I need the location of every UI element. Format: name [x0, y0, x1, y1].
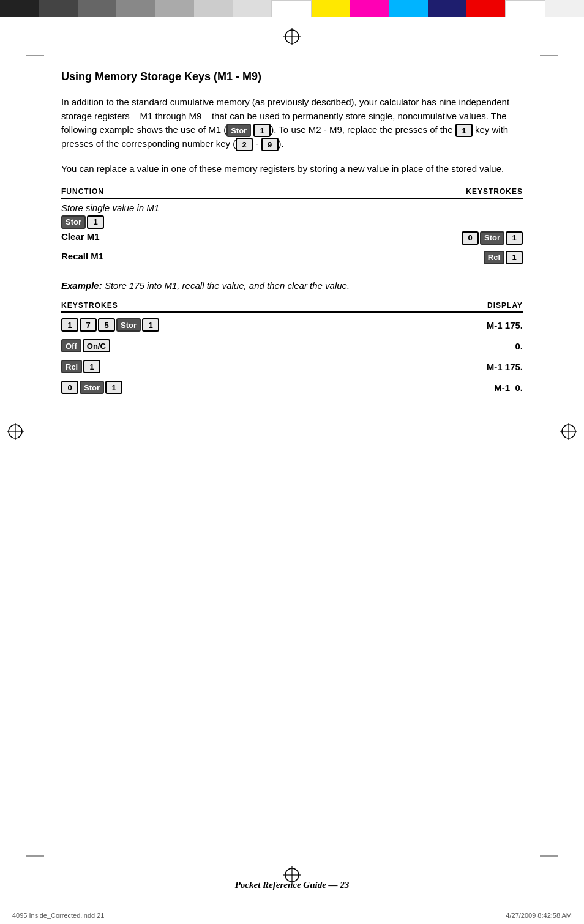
function-table: FUNCTION KEYSTROKES Store single value i… [61, 187, 523, 268]
key-1-recall: 1 [506, 251, 523, 264]
color-seg-navy [428, 0, 466, 17]
reg-mark-right [560, 422, 578, 441]
example-body: Store 175 into M1, recall the value, and… [105, 280, 350, 291]
key-1-store: 1 [87, 215, 104, 229]
col-disp-label: DISPLAY [487, 301, 523, 310]
margin-line-bl [26, 855, 44, 857]
key-stor-r1: Stor [116, 318, 141, 332]
inline-key-1a: 1 [253, 124, 271, 137]
inline-key-1b: 1 [455, 124, 473, 137]
key-onc-r2: On/C [83, 339, 110, 352]
func-label-recall: Recall M1 [61, 251, 103, 261]
key-1-r1: 1 [61, 318, 78, 332]
bottom-bar: 4095 Inside_Corrected.indd 21 4/27/2009 … [0, 912, 584, 919]
func-row-1: Store single value in M1 Stor 1 [61, 203, 523, 229]
ks-display-3: M-1 175. [487, 362, 523, 372]
body-paragraph-2: You can replace a value in one of these … [61, 162, 523, 176]
color-seg-8 [271, 0, 311, 17]
color-seg-magenta [350, 0, 389, 17]
page-footer: Pocket Reference Guide — 23 [0, 874, 584, 890]
col-function-label: FUNCTION [61, 187, 104, 196]
body-paragraph-1: In addition to the standard cumulative m… [61, 95, 523, 151]
key-7-r1: 7 [80, 318, 97, 332]
key-1-r4: 1 [105, 381, 122, 394]
key-stor-r4: Stor [80, 381, 104, 394]
key-1-r3: 1 [83, 360, 100, 373]
margin-line-br [540, 855, 558, 857]
color-seg-yellow [312, 0, 350, 17]
body-text-1d: ). [279, 138, 284, 149]
color-seg-5 [155, 0, 193, 17]
color-seg-6 [194, 0, 233, 17]
reg-mark-top [283, 28, 301, 46]
func-table-header: FUNCTION KEYSTROKES [61, 187, 523, 199]
footer-text: Pocket Reference Guide — 23 [235, 880, 350, 890]
ks-display-1: M-1 175. [487, 320, 523, 330]
color-seg-7 [233, 0, 271, 17]
key-1-clear: 1 [506, 231, 523, 245]
ks-row-3: Rcl 1 M-1 175. [61, 358, 523, 375]
ks-table-header: KEYSTROKES DISPLAY [61, 301, 523, 313]
color-seg-light [545, 0, 584, 17]
example-bold: Example: [61, 280, 102, 291]
ks-keys-3: Rcl 1 [61, 360, 100, 373]
key-rcl-r3: Rcl [61, 360, 82, 373]
bottom-left: 4095 Inside_Corrected.indd 21 [12, 912, 104, 919]
col-keystrokes-label: KEYSTROKES [466, 187, 523, 196]
color-seg-white2 [505, 0, 545, 17]
ks-display-2: 0. [515, 341, 523, 351]
color-bar [0, 0, 584, 17]
key-0-r4: 0 [61, 381, 78, 394]
key-stor-clear: Stor [480, 231, 504, 245]
func-keys-clear: 0 Stor 1 [462, 231, 523, 245]
key-rcl-recall: Rcl [484, 251, 504, 264]
inline-key-9: 9 [261, 138, 279, 151]
color-seg-red [466, 0, 505, 17]
body-text-dash: - [253, 138, 261, 149]
ks-row-4: 0 Stor 1 M-1 0. [61, 379, 523, 396]
color-seg-2 [39, 0, 77, 17]
main-content: Using Memory Storage Keys (M1 - M9) In a… [61, 70, 523, 844]
ks-display-4: M-1 0. [494, 382, 523, 393]
example-text: Example: Store 175 into M1, recall the v… [61, 279, 523, 293]
color-seg-4 [116, 0, 155, 17]
color-seg-3 [78, 0, 116, 17]
margin-line-tl [26, 55, 44, 56]
section-title: Using Memory Storage Keys (M1 - M9) [61, 70, 523, 84]
key-stor-1: Stor [61, 215, 86, 229]
margin-line-tr [540, 55, 558, 56]
func-row-2: Clear M1 0 Stor 1 [61, 231, 523, 248]
ks-row-2: Off On/C 0. [61, 337, 523, 354]
func-keys-store: Stor 1 [61, 215, 159, 229]
col-ks-label: KEYSTROKES [61, 301, 118, 310]
key-off-r2: Off [61, 339, 81, 352]
func-row-3: Recall M1 Rcl 1 [61, 251, 523, 268]
inline-key-stor: Stor [226, 124, 251, 137]
reg-mark-left [6, 422, 24, 441]
inline-key-2: 2 [236, 138, 253, 151]
func-keys-recall: Rcl 1 [484, 251, 523, 264]
key-5-r1: 5 [98, 318, 115, 332]
color-seg-1 [0, 0, 39, 17]
ks-keys-4: 0 Stor 1 [61, 381, 122, 394]
func-label-store: Store single value in M1 [61, 203, 159, 213]
func-label-clear: Clear M1 [61, 231, 100, 242]
color-seg-cyan [389, 0, 427, 17]
ks-row-1: 1 7 5 Stor 1 M-1 175. [61, 316, 523, 333]
ks-keys-2: Off On/C [61, 339, 110, 352]
ks-keys-1: 1 7 5 Stor 1 [61, 318, 159, 332]
body-text-1b: ). To use M2 - M9, replace the presses o… [271, 124, 455, 135]
ks-display-table: KEYSTROKES DISPLAY 1 7 5 Stor 1 M-1 175.… [61, 301, 523, 396]
bottom-right: 4/27/2009 8:42:58 AM [506, 912, 572, 919]
key-0-clear: 0 [462, 231, 479, 245]
key-1b-r1: 1 [142, 318, 159, 332]
